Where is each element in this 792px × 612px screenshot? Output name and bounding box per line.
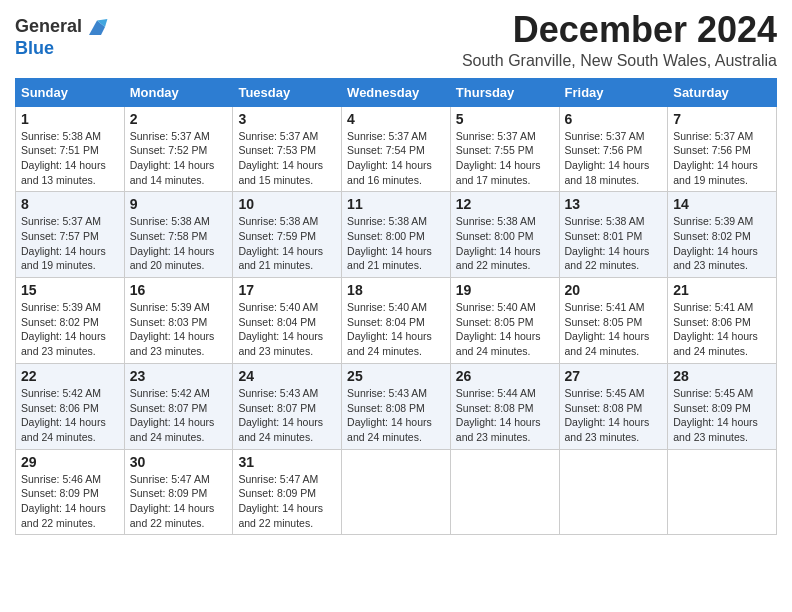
day-details: Sunrise: 5:37 AMSunset: 7:53 PMDaylight:… (238, 129, 336, 188)
day-details: Sunrise: 5:40 AMSunset: 8:04 PMDaylight:… (347, 300, 445, 359)
day-number: 18 (347, 282, 445, 298)
calendar-week-1: 1Sunrise: 5:38 AMSunset: 7:51 PMDaylight… (16, 106, 777, 192)
calendar-cell: 22Sunrise: 5:42 AMSunset: 8:06 PMDayligh… (16, 363, 125, 449)
day-number: 20 (565, 282, 663, 298)
day-number: 3 (238, 111, 336, 127)
day-number: 25 (347, 368, 445, 384)
day-number: 24 (238, 368, 336, 384)
day-number: 19 (456, 282, 554, 298)
day-number: 9 (130, 196, 228, 212)
logo-icon (85, 15, 109, 39)
weekday-header-friday: Friday (559, 78, 668, 106)
day-number: 26 (456, 368, 554, 384)
logo-general: General (15, 17, 82, 37)
day-number: 1 (21, 111, 119, 127)
calendar-cell: 28Sunrise: 5:45 AMSunset: 8:09 PMDayligh… (668, 363, 777, 449)
day-details: Sunrise: 5:42 AMSunset: 8:06 PMDaylight:… (21, 386, 119, 445)
calendar-cell: 19Sunrise: 5:40 AMSunset: 8:05 PMDayligh… (450, 278, 559, 364)
day-number: 17 (238, 282, 336, 298)
calendar-cell: 2Sunrise: 5:37 AMSunset: 7:52 PMDaylight… (124, 106, 233, 192)
day-details: Sunrise: 5:44 AMSunset: 8:08 PMDaylight:… (456, 386, 554, 445)
calendar-cell: 4Sunrise: 5:37 AMSunset: 7:54 PMDaylight… (342, 106, 451, 192)
calendar-cell: 10Sunrise: 5:38 AMSunset: 7:59 PMDayligh… (233, 192, 342, 278)
day-number: 10 (238, 196, 336, 212)
calendar-week-4: 22Sunrise: 5:42 AMSunset: 8:06 PMDayligh… (16, 363, 777, 449)
calendar-cell: 24Sunrise: 5:43 AMSunset: 8:07 PMDayligh… (233, 363, 342, 449)
calendar-cell (342, 449, 451, 535)
calendar-table: SundayMondayTuesdayWednesdayThursdayFrid… (15, 78, 777, 536)
calendar-cell: 5Sunrise: 5:37 AMSunset: 7:55 PMDaylight… (450, 106, 559, 192)
day-number: 2 (130, 111, 228, 127)
day-number: 29 (21, 454, 119, 470)
calendar-cell: 23Sunrise: 5:42 AMSunset: 8:07 PMDayligh… (124, 363, 233, 449)
day-details: Sunrise: 5:37 AMSunset: 7:54 PMDaylight:… (347, 129, 445, 188)
day-number: 5 (456, 111, 554, 127)
day-number: 8 (21, 196, 119, 212)
day-details: Sunrise: 5:43 AMSunset: 8:08 PMDaylight:… (347, 386, 445, 445)
calendar-cell: 20Sunrise: 5:41 AMSunset: 8:05 PMDayligh… (559, 278, 668, 364)
calendar-cell: 31Sunrise: 5:47 AMSunset: 8:09 PMDayligh… (233, 449, 342, 535)
calendar-cell: 7Sunrise: 5:37 AMSunset: 7:56 PMDaylight… (668, 106, 777, 192)
weekday-header-wednesday: Wednesday (342, 78, 451, 106)
day-details: Sunrise: 5:37 AMSunset: 7:55 PMDaylight:… (456, 129, 554, 188)
day-details: Sunrise: 5:37 AMSunset: 7:56 PMDaylight:… (565, 129, 663, 188)
day-details: Sunrise: 5:43 AMSunset: 8:07 PMDaylight:… (238, 386, 336, 445)
calendar-cell: 3Sunrise: 5:37 AMSunset: 7:53 PMDaylight… (233, 106, 342, 192)
day-details: Sunrise: 5:37 AMSunset: 7:57 PMDaylight:… (21, 214, 119, 273)
calendar-cell: 15Sunrise: 5:39 AMSunset: 8:02 PMDayligh… (16, 278, 125, 364)
day-details: Sunrise: 5:45 AMSunset: 8:08 PMDaylight:… (565, 386, 663, 445)
logo: General Blue (15, 15, 109, 59)
day-details: Sunrise: 5:45 AMSunset: 8:09 PMDaylight:… (673, 386, 771, 445)
day-number: 31 (238, 454, 336, 470)
day-details: Sunrise: 5:38 AMSunset: 7:59 PMDaylight:… (238, 214, 336, 273)
day-details: Sunrise: 5:46 AMSunset: 8:09 PMDaylight:… (21, 472, 119, 531)
page-header: General Blue December 2024 South Granvil… (15, 10, 777, 70)
day-details: Sunrise: 5:37 AMSunset: 7:56 PMDaylight:… (673, 129, 771, 188)
day-details: Sunrise: 5:39 AMSunset: 8:02 PMDaylight:… (673, 214, 771, 273)
day-number: 13 (565, 196, 663, 212)
calendar-cell: 16Sunrise: 5:39 AMSunset: 8:03 PMDayligh… (124, 278, 233, 364)
weekday-header-sunday: Sunday (16, 78, 125, 106)
calendar-cell: 18Sunrise: 5:40 AMSunset: 8:04 PMDayligh… (342, 278, 451, 364)
calendar-cell: 26Sunrise: 5:44 AMSunset: 8:08 PMDayligh… (450, 363, 559, 449)
day-number: 28 (673, 368, 771, 384)
day-details: Sunrise: 5:40 AMSunset: 8:05 PMDaylight:… (456, 300, 554, 359)
day-details: Sunrise: 5:38 AMSunset: 8:00 PMDaylight:… (456, 214, 554, 273)
day-number: 6 (565, 111, 663, 127)
day-number: 30 (130, 454, 228, 470)
day-details: Sunrise: 5:38 AMSunset: 7:51 PMDaylight:… (21, 129, 119, 188)
calendar-cell: 6Sunrise: 5:37 AMSunset: 7:56 PMDaylight… (559, 106, 668, 192)
calendar-cell: 27Sunrise: 5:45 AMSunset: 8:08 PMDayligh… (559, 363, 668, 449)
calendar-cell: 8Sunrise: 5:37 AMSunset: 7:57 PMDaylight… (16, 192, 125, 278)
calendar-cell: 12Sunrise: 5:38 AMSunset: 8:00 PMDayligh… (450, 192, 559, 278)
calendar-cell: 25Sunrise: 5:43 AMSunset: 8:08 PMDayligh… (342, 363, 451, 449)
day-number: 11 (347, 196, 445, 212)
calendar-week-2: 8Sunrise: 5:37 AMSunset: 7:57 PMDaylight… (16, 192, 777, 278)
day-details: Sunrise: 5:38 AMSunset: 7:58 PMDaylight:… (130, 214, 228, 273)
calendar-week-3: 15Sunrise: 5:39 AMSunset: 8:02 PMDayligh… (16, 278, 777, 364)
day-details: Sunrise: 5:40 AMSunset: 8:04 PMDaylight:… (238, 300, 336, 359)
day-number: 7 (673, 111, 771, 127)
calendar-week-5: 29Sunrise: 5:46 AMSunset: 8:09 PMDayligh… (16, 449, 777, 535)
day-details: Sunrise: 5:41 AMSunset: 8:06 PMDaylight:… (673, 300, 771, 359)
day-details: Sunrise: 5:39 AMSunset: 8:02 PMDaylight:… (21, 300, 119, 359)
day-number: 15 (21, 282, 119, 298)
day-number: 12 (456, 196, 554, 212)
calendar-cell: 21Sunrise: 5:41 AMSunset: 8:06 PMDayligh… (668, 278, 777, 364)
day-details: Sunrise: 5:41 AMSunset: 8:05 PMDaylight:… (565, 300, 663, 359)
day-details: Sunrise: 5:38 AMSunset: 8:01 PMDaylight:… (565, 214, 663, 273)
weekday-header-row: SundayMondayTuesdayWednesdayThursdayFrid… (16, 78, 777, 106)
weekday-header-saturday: Saturday (668, 78, 777, 106)
calendar-cell (559, 449, 668, 535)
weekday-header-thursday: Thursday (450, 78, 559, 106)
day-details: Sunrise: 5:38 AMSunset: 8:00 PMDaylight:… (347, 214, 445, 273)
calendar-cell: 1Sunrise: 5:38 AMSunset: 7:51 PMDaylight… (16, 106, 125, 192)
day-number: 14 (673, 196, 771, 212)
calendar-cell: 30Sunrise: 5:47 AMSunset: 8:09 PMDayligh… (124, 449, 233, 535)
day-details: Sunrise: 5:47 AMSunset: 8:09 PMDaylight:… (130, 472, 228, 531)
day-number: 23 (130, 368, 228, 384)
calendar-cell: 29Sunrise: 5:46 AMSunset: 8:09 PMDayligh… (16, 449, 125, 535)
day-number: 16 (130, 282, 228, 298)
calendar-cell: 14Sunrise: 5:39 AMSunset: 8:02 PMDayligh… (668, 192, 777, 278)
weekday-header-monday: Monday (124, 78, 233, 106)
